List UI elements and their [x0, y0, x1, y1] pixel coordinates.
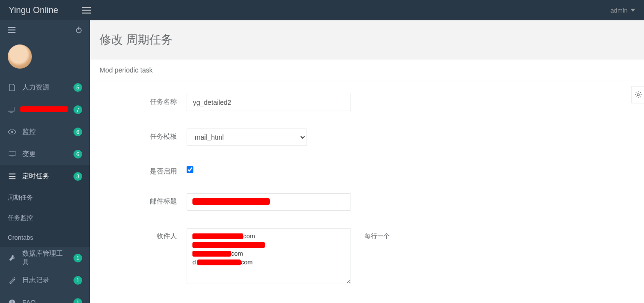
sidebar-item-label: 日志记录 — [22, 276, 68, 285]
sidebar-item-faq[interactable]: ! FAQ 1 — [0, 291, 90, 303]
sidebar-subitem-taskmonitor[interactable]: 任务监控 — [0, 208, 90, 228]
svg-point-4 — [11, 131, 13, 133]
panel-header: Mod periodic task — [90, 59, 644, 81]
template-select[interactable]: mail_html — [187, 129, 307, 146]
row-template: 任务模板 mail_html — [100, 129, 634, 146]
label-enabled: 是否启用 — [100, 163, 187, 176]
enabled-checkbox[interactable] — [187, 166, 193, 173]
avatar[interactable] — [0, 40, 90, 76]
sidebar-item-label: FAQ — [22, 299, 68, 303]
sidebar-item-log[interactable]: 日志记录 1 — [0, 269, 90, 291]
redacted-text — [20, 106, 68, 112]
label-task-name: 任务名称 — [100, 94, 187, 106]
monitor-icon — [8, 107, 15, 113]
sidebar-item-change[interactable]: 变更 6 — [0, 143, 90, 165]
sidebar-badge: 5 — [73, 83, 82, 92]
sidebar-item-label: 人力资源 — [22, 83, 68, 92]
sidebar-item-redacted[interactable]: 7 — [0, 99, 90, 121]
info-icon: ! — [8, 299, 16, 303]
sidebar-badge: 1 — [73, 254, 82, 262]
sidebar-hamburger-icon[interactable] — [8, 27, 15, 33]
panel: Mod periodic task 任务名称 任务模板 mail_html 是否… — [90, 59, 644, 303]
label-template: 任务模板 — [100, 129, 187, 141]
sidebar-subitem-periodic[interactable]: 周期任务 — [0, 188, 90, 208]
sidebar-item-hr[interactable]: 人力资源 5 — [0, 76, 90, 99]
sidebar-badge: 6 — [73, 128, 82, 136]
sidebar-badge: 3 — [73, 172, 82, 181]
sidebar-badge: 1 — [73, 298, 82, 303]
svg-text:!: ! — [11, 300, 13, 303]
label-recipients: 收件人 — [100, 228, 187, 241]
wrench-icon — [8, 255, 16, 261]
svg-point-9 — [637, 94, 639, 96]
redacted-text — [192, 198, 270, 205]
sidebar-item-label: 数据库管理工具 — [22, 249, 68, 267]
sidebar-badge: 7 — [73, 105, 82, 114]
svg-rect-2 — [8, 107, 15, 111]
power-icon[interactable] — [75, 27, 82, 33]
help-recipients: 每行一个 — [351, 228, 390, 241]
eye-icon — [8, 130, 16, 134]
svg-rect-5 — [9, 151, 15, 156]
sidebar-item-label: 监控 — [22, 128, 68, 136]
monitor-icon — [8, 151, 16, 157]
sidebar-badge: 1 — [73, 276, 82, 285]
sidebar-item-label: 变更 — [22, 150, 68, 159]
page-title: 修改 周期任务 — [90, 20, 644, 59]
sidebar-subitem-crontabs[interactable]: Crontabs — [0, 228, 90, 247]
main-content: 修改 周期任务 Mod periodic task 任务名称 任务模板 mail… — [90, 20, 644, 303]
settings-tab[interactable] — [631, 86, 644, 103]
user-name: admin — [611, 7, 628, 14]
label-subject: 邮件标题 — [100, 193, 187, 206]
topbar: Yingu Online admin — [0, 0, 644, 20]
file-icon — [8, 84, 16, 91]
task-name-input[interactable] — [187, 94, 351, 111]
user-menu[interactable]: admin — [611, 7, 635, 14]
row-recipients: 收件人 com com dcom 每行一个 — [100, 228, 634, 286]
row-subject: 邮件标题 — [100, 193, 634, 211]
sidebar: 人力资源 5 7 监控 6 变更 6 定时任务 3 周期任务 任务监控 Cron… — [0, 20, 90, 303]
gear-icon — [634, 91, 642, 99]
chevron-down-icon — [630, 9, 635, 12]
wand-icon — [8, 277, 16, 284]
list-icon — [8, 173, 16, 179]
sidebar-item-cron[interactable]: 定时任务 3 — [0, 165, 90, 188]
sidebar-item-label: 定时任务 — [22, 172, 68, 181]
brand-title[interactable]: Yingu Online — [9, 5, 58, 15]
sidebar-item-label — [20, 106, 68, 114]
row-enabled: 是否启用 — [100, 163, 634, 176]
row-task-name: 任务名称 — [100, 94, 634, 111]
sidebar-item-monitor[interactable]: 监控 6 — [0, 121, 90, 143]
hamburger-icon[interactable] — [82, 7, 91, 14]
sidebar-item-db[interactable]: 数据库管理工具 1 — [0, 247, 90, 269]
sidebar-badge: 6 — [73, 150, 82, 159]
